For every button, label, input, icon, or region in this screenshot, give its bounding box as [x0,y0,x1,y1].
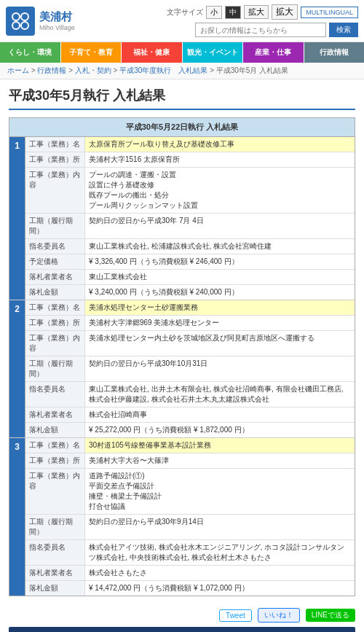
value-winner-3: 株式会社さもたさ [85,566,355,580]
label-place-2: 工事（業務）所 [25,316,85,330]
text-size-label: 文字サイズ [167,7,203,17]
main-content: 平成30年5月執行 入札結果 平成30年5月22日執行 入札結果 1 工事（業務… [0,79,364,632]
contact-box: 📋 お問い合わせ このページに関するお問い合わせは財政担当です。 木戸 住所: … [9,627,355,632]
value-period-2: 契約日の翌日から平成30年10月31日 [85,356,355,381]
label-content-3: 工事（業務）内容 [25,469,85,514]
label-name-2: 工事（業務）名 [25,300,85,315]
bid-group-2: 2 工事（業務）名 美浦水処理センター土砂運搬業務 工事（業務）所 美浦村大字津… [9,300,355,438]
label-bid-2: 落札金額 [25,423,85,437]
breadcrumb: ホーム > 行政情報 > 入札・契約 > 平成30年度執行 入札結果 > 平成3… [0,63,364,79]
bid-group-3: 3 工事（業務）名 30村道105号線整備事業基本設計業務 工事（業務）所 美浦… [9,438,355,596]
value-bid-3: ¥ 14,472,000 円（うち消費税額 ¥ 1,072,000 円） [85,581,355,596]
value-period-3: 契約日の翌日から平成30年9月14日 [85,515,355,539]
like-btn[interactable]: いいね！ [258,608,300,623]
nav-item-5[interactable]: 産業・仕事 [243,42,304,63]
label-companies-3: 指名委員名 [25,540,85,565]
label-winner-1: 落札者業者名 [25,270,85,284]
breadcrumb-h30[interactable]: 平成30年度執行 入札結果 [119,66,207,74]
label-period-1: 工期（履行期間） [25,214,85,238]
text-size-medium-btn[interactable]: 中 [225,6,241,19]
breadcrumb-home[interactable]: ホーム [7,66,29,74]
logo-icon [6,7,35,36]
value-content-2: 美浦水処理センター内土砂を茨城地区及び阿見町吉原地区へ運搬する [85,331,355,356]
search-input[interactable] [195,23,326,37]
header-controls: 文字サイズ 小 中 拡大 拡大 MULTILINGUAL 検索 [167,4,358,37]
search-btn[interactable]: 検索 [329,23,358,37]
value-name-2: 美浦水処理センター土砂運搬業務 [85,300,355,315]
label-content-1: 工事（業務）内容 [25,168,85,213]
group-1-number: 1 [9,137,25,300]
label-name-1: 工事（業務）名 [25,137,85,152]
text-size-large-btn[interactable]: 拡大 [244,5,269,19]
value-companies-3: 株式会社アイツ技術, 株式会社水木エンジニアリング, ホコタ設計コンサルタンツ株… [85,540,355,565]
result-table-container: 平成30年5月22日執行 入札結果 1 工事（業務）名 太原保育所プール取り替え… [9,117,355,596]
text-size-xlarge-btn[interactable]: 拡大 [272,4,298,20]
label-companies-2: 指名委員名 [25,382,85,407]
value-place-2: 美浦村大字津郷969 美浦水処理センター [85,316,355,330]
label-name-3: 工事（業務）名 [25,438,85,453]
value-name-1: 太原保育所プール取り替え及び基礎改修工事 [85,137,355,152]
label-content-2: 工事（業務）内容 [25,331,85,356]
tweet-btn[interactable]: Tweet [219,609,252,622]
value-bid-2: ¥ 25,272,000 円（うち消費税額 ¥ 1,872,000 円） [85,423,355,437]
page-title: 平成30年5月執行 入札結果 [9,87,355,110]
value-bid-1: ¥ 3,240,000 円（うち消費税額 ¥ 240,000 円） [85,285,355,300]
nav-item-4[interactable]: 観光・イベント [183,42,244,63]
nav-item-2[interactable]: 子育て・教育 [61,42,122,63]
logo-text: 美浦村 Miho Village [39,10,75,31]
label-place-1: 工事（業務）所 [25,152,85,167]
logo-area: 美浦村 Miho Village [6,7,75,36]
value-period-1: 契約日の翌日から平成30年 7月 4日 [85,214,355,238]
label-companies-1: 指名委員名 [25,239,85,254]
table-header: 平成30年5月22日執行 入札結果 [9,118,355,137]
value-name-3: 30村道105号線整備事業基本設計業務 [85,438,355,453]
social-bar: Tweet いいね！ LINEで送る [9,604,355,627]
value-companies-2: 東山工業株式会社, 出井土木有限会社, 株式会社沼崎商事, 有限会社磯田工務店,… [85,382,355,407]
label-winner-2: 落札者業者名 [25,407,85,422]
label-period-3: 工期（履行期間） [25,515,85,539]
nav-item-1[interactable]: くらし・環境 [0,42,61,63]
value-place-1: 美浦村大字1516 太原保育所 [85,152,355,167]
label-period-2: 工期（履行期間） [25,356,85,381]
nav-menu: くらし・環境 子育て・教育 福祉・健康 観光・イベント 産業・仕事 行政情報 [0,42,364,63]
breadcrumb-nyusatsu[interactable]: 入札・契約 [75,66,111,74]
value-companies-1: 東山工業株式会社, 松浦建設株式会社, 株式会社宮崎住建 [85,239,355,254]
line-btn[interactable]: LINEで送る [306,609,355,622]
group-2-number: 2 [9,300,25,437]
bid-group-1: 1 工事（業務）名 太原保育所プール取り替え及び基礎改修工事 工事（業務）所 美… [9,137,355,300]
label-bid-3: 落札金額 [25,581,85,596]
group-3-number: 3 [9,438,25,596]
multilingual-btn[interactable]: MULTILINGUAL [301,7,358,18]
breadcrumb-current: 平成30年5月 入札結果 [216,66,288,74]
value-content-3: 道路予備設計(①) 平面交差点予備設計 擁壁・橋梁土予備設計 打合せ協議 [85,469,355,514]
nav-item-3[interactable]: 福祉・健康 [122,42,183,63]
value-winner-1: 東山工業株式会社 [85,270,355,284]
value-content-1: プールの調達・運搬・設置 設置に伴う基礎改修 既存プールの搬出・処分 プール周り… [85,168,355,213]
value-winner-2: 株式会社沼崎商事 [85,407,355,422]
breadcrumb-gyosei[interactable]: 行政情報 [37,66,66,74]
nav-item-6[interactable]: 行政情報 [304,42,365,63]
header: 美浦村 Miho Village 文字サイズ 小 中 拡大 拡大 MULTILI… [0,0,364,42]
label-bid-1: 落札金額 [25,285,85,300]
value-place-3: 美浦村大字大谷〜大篠津 [85,453,355,468]
svg-rect-0 [6,7,35,36]
label-place-3: 工事（業務）所 [25,453,85,468]
text-size-small-btn[interactable]: 小 [206,6,222,19]
label-winner-3: 落札者業者名 [25,566,85,580]
label-estimate-1: 予定価格 [25,254,85,269]
value-estimate-1: ¥ 3,326,400 円（うち消費税額 ¥ 246,400 円） [85,254,355,269]
